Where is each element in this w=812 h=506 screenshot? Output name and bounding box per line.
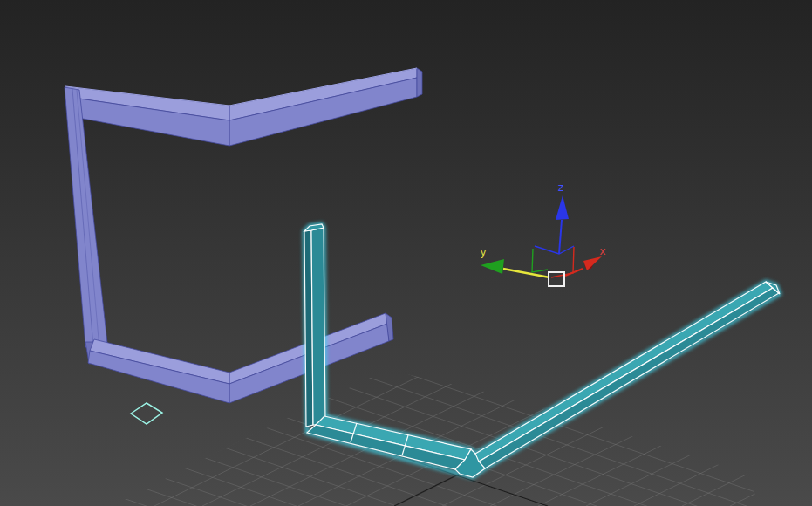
sweep-face[interactable] bbox=[311, 228, 325, 425]
x-axis-label: x bbox=[599, 245, 605, 257]
frame-end-cap[interactable] bbox=[417, 68, 422, 97]
viewport-canvas[interactable]: z y x bbox=[0, 0, 812, 506]
z-axis-label: z bbox=[558, 181, 563, 194]
y-axis-label: y bbox=[480, 246, 486, 258]
viewport[interactable]: z y x bbox=[0, 0, 812, 506]
